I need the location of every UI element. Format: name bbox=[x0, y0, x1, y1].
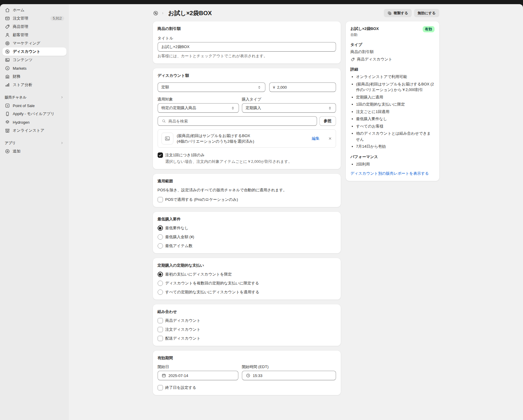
select-caret-icon bbox=[257, 85, 262, 90]
app-frame: ホーム 注文管理 5,912 商品管理 顧客管理 bbox=[0, 4, 523, 420]
product-search-input[interactable] bbox=[169, 119, 313, 123]
deactivate-label: 無効にする bbox=[418, 11, 436, 16]
sales-channels-header[interactable]: 販売チャネル bbox=[2, 93, 66, 101]
pos-icon: $ bbox=[5, 103, 10, 108]
sidebar-item[interactable]: Appify - モバイルアプリ bbox=[2, 110, 66, 118]
deactivate-button[interactable]: 無効にする bbox=[414, 9, 439, 17]
sidebar-item[interactable]: $ Point of Sale bbox=[2, 101, 66, 110]
selected-product-row: (親商品)初回はサンプルをお届けするBOX (4個のバリエーションのうち2個を選… bbox=[158, 129, 336, 148]
radio-option[interactable]: ディスカウントを複数回の定期的な支払いに限定する bbox=[158, 281, 336, 286]
sidebar-item-label: Point of Sale bbox=[13, 104, 35, 108]
card-heading: 組み合わせ bbox=[158, 309, 336, 314]
summary-column: お試し×2袋BOX 自動 有効 タイプ 商品の割引額 商品ディスカウント 詳細 bbox=[346, 21, 439, 186]
card-heading: 商品の割引額 bbox=[158, 26, 336, 31]
sales-channels-nav: $ Point of Sale Appify - モバイルアプリ Hydroge… bbox=[2, 101, 66, 135]
checkbox-option[interactable]: 配送ディスカウント bbox=[158, 336, 336, 341]
discount-value-card: ディスカウント額 定額 ¥ 適用対象 bbox=[153, 68, 341, 169]
chevron-right-icon bbox=[60, 141, 64, 145]
once-per-order-checkbox[interactable] bbox=[158, 152, 163, 158]
radio-label: 最低アイテム数 bbox=[165, 243, 193, 249]
radio-control[interactable] bbox=[158, 289, 163, 295]
sales-report-link[interactable]: ディスカウント別の販売レポートを表示する bbox=[351, 171, 429, 176]
svg-text:$: $ bbox=[7, 104, 8, 107]
title-field[interactable] bbox=[158, 42, 336, 52]
radio-label: ディスカウントを複数回の定期的な支払いに限定する bbox=[165, 281, 259, 286]
sidebar-item[interactable]: 顧客管理 bbox=[2, 31, 66, 39]
details-list: オンラインストアで利用可能(親商品)初回はサンプルをお届けするBOX (2件のバ… bbox=[351, 74, 435, 149]
main-column: 商品の割引額 タイトル お客様には、カートとチェックアウトでこれが表示されます。… bbox=[153, 21, 341, 400]
sidebar-item[interactable]: Hydrogen bbox=[2, 118, 66, 126]
start-date-input[interactable] bbox=[169, 373, 234, 378]
discount-amount-field[interactable]: ¥ bbox=[269, 82, 336, 92]
radio-option[interactable]: 最低アイテム数 bbox=[158, 243, 336, 249]
edit-product-link[interactable]: 編集 bbox=[312, 136, 320, 141]
main-nav: ホーム 注文管理 5,912 商品管理 顧客管理 bbox=[2, 6, 66, 89]
add-icon bbox=[5, 149, 10, 154]
radio-control[interactable] bbox=[158, 281, 163, 286]
title-input[interactable] bbox=[161, 45, 332, 49]
start-date-field[interactable] bbox=[158, 371, 238, 380]
breadcrumb-discount-icon[interactable] bbox=[153, 10, 159, 16]
pos-checkbox[interactable] bbox=[158, 197, 163, 202]
count-badge: 5,912 bbox=[50, 16, 64, 21]
product-name: (親商品)初回はサンプルをお届けするBOX bbox=[177, 133, 254, 139]
product-search-field[interactable] bbox=[158, 116, 317, 126]
sidebar-item[interactable]: ホーム bbox=[2, 6, 66, 14]
browse-button[interactable]: 参照 bbox=[319, 116, 336, 126]
apps-header[interactable]: アプリ bbox=[2, 139, 66, 147]
applies-to-select[interactable]: 特定の定期購入商品 bbox=[158, 103, 239, 113]
details-heading: 詳細 bbox=[351, 67, 435, 72]
detail-item: 1回の定期的な支払いに限定 bbox=[356, 101, 435, 107]
radio-control[interactable] bbox=[158, 234, 163, 240]
scope-description: POSを除き、設定済みのすべての販売チャネルで自動的に適用されます。 bbox=[158, 187, 336, 193]
radio-control[interactable] bbox=[158, 243, 163, 249]
radio-control[interactable] bbox=[158, 225, 163, 231]
products-icon bbox=[5, 24, 10, 29]
sidebar-item[interactable]: ディスカウント bbox=[2, 47, 66, 56]
purchase-type-select[interactable]: 定期購入 bbox=[242, 103, 336, 113]
checkbox-label: 商品ディスカウント bbox=[165, 318, 201, 323]
remove-product-icon[interactable] bbox=[328, 136, 332, 141]
radio-option[interactable]: すべての定期的な支払いにディスカウントを適用する bbox=[158, 289, 336, 295]
radio-option[interactable]: 最初の支払いにディスカウントを限定 bbox=[158, 272, 336, 277]
duplicate-button[interactable]: 複製する bbox=[384, 9, 412, 17]
checkbox-control[interactable] bbox=[158, 336, 163, 341]
sidebar-item[interactable]: 商品管理 bbox=[2, 23, 66, 31]
detail-item: 定期購入に適用 bbox=[356, 94, 435, 100]
checkbox-control[interactable] bbox=[158, 327, 163, 332]
checkbox-label: 注文ディスカウント bbox=[165, 327, 201, 332]
sidebar-item[interactable]: ストア分析 bbox=[2, 81, 66, 89]
title-field-label: タイトル bbox=[158, 36, 336, 41]
start-time-field[interactable] bbox=[242, 371, 336, 380]
calendar-icon bbox=[161, 373, 166, 378]
customers-icon bbox=[5, 32, 10, 38]
sidebar-item-label: マーケティング bbox=[13, 41, 40, 46]
page-header: お試し×2袋BOX 複製する 無効にする bbox=[153, 4, 439, 21]
sidebar-item[interactable]: オンラインストア bbox=[2, 126, 66, 135]
type-value: 商品の割引額 bbox=[351, 49, 435, 55]
select-caret-icon bbox=[231, 106, 235, 110]
sidebar-item[interactable]: $ Markets bbox=[2, 64, 66, 72]
sidebar-item[interactable]: マーケティング bbox=[2, 39, 66, 47]
sidebar-item[interactable]: 注文管理 5,912 bbox=[2, 14, 66, 23]
discount-method-select[interactable]: 定額 bbox=[158, 82, 265, 92]
radio-control[interactable] bbox=[158, 272, 163, 277]
title-card: 商品の割引額 タイトル お客様には、カートとチェックアウトでこれが表示されます。 bbox=[153, 21, 341, 63]
discount-amount-input[interactable] bbox=[277, 85, 332, 90]
purchase-type-label: 購入タイプ bbox=[242, 97, 336, 102]
sidebar-item[interactable]: 財務 bbox=[2, 72, 66, 81]
sidebar-item[interactable]: コンテンツ bbox=[2, 56, 66, 64]
currency-prefix: ¥ bbox=[273, 85, 275, 90]
checkbox-control[interactable] bbox=[158, 318, 163, 323]
search-icon bbox=[161, 119, 166, 123]
end-date-checkbox[interactable] bbox=[158, 385, 163, 390]
radio-option[interactable]: 最低購入金額 (¥) bbox=[158, 234, 336, 240]
checkbox-option[interactable]: 商品ディスカウント bbox=[158, 318, 336, 323]
detail-item: すべてのお客様 bbox=[356, 123, 435, 129]
sidebar-item-add[interactable]: 追加 bbox=[2, 147, 66, 155]
card-heading: 有効期間 bbox=[158, 355, 336, 361]
start-time-input[interactable] bbox=[253, 373, 332, 378]
radio-option[interactable]: 最低要件なし bbox=[158, 225, 336, 231]
detail-item: 注文ごとに1回適用 bbox=[356, 109, 435, 115]
checkbox-option[interactable]: 注文ディスカウント bbox=[158, 327, 336, 332]
